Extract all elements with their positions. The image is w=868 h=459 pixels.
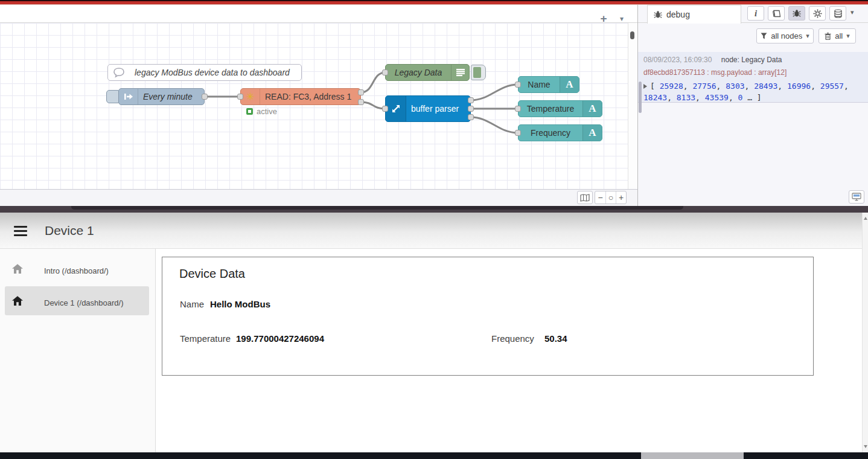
book-icon [772,10,781,18]
bug-icon [654,10,662,19]
inject-button[interactable] [106,90,119,103]
navigator-button[interactable] [577,191,593,204]
field-value-name: Hello ModBus [210,299,270,309]
open-debug-window-button[interactable] [849,190,864,204]
port-modbus-out1[interactable] [358,89,364,95]
chevron-down-icon: ▾ [806,32,809,40]
scroll-down-arrow-icon[interactable] [864,445,867,448]
flow-canvas[interactable]: legacy ModBus device data to dashboard E… [0,23,628,189]
filter-funnel-icon [761,33,767,39]
debug-tab-button[interactable] [788,6,805,21]
config-tab-button[interactable] [809,6,826,21]
sidebar-item-device-1[interactable]: Device 1 (/dashboard/) [0,286,156,315]
text-a-icon: A [582,101,602,117]
sidebar-scrollbar-thumb[interactable] [639,82,642,113]
buffer-parser-node[interactable]: buffer parser [385,95,471,122]
tab-debug-label: debug [666,10,690,19]
tab-debug[interactable]: debug [647,5,741,24]
debug-toggle-state [473,67,481,78]
info-icon: i [755,8,757,19]
sidebar-item-label: Intro (/dashboard/) [44,266,109,275]
modbus-asterisk-icon: ✳ [241,89,260,104]
debug-clear-button[interactable]: all ▾ [819,28,856,43]
trash-icon [825,33,831,40]
screen: + ▾ legacy ModBus device data to dashboa… [0,0,868,459]
map-icon [580,194,590,202]
zoom-in-button[interactable]: + [616,191,626,204]
modbus-read-node[interactable]: ✳ READ: FC3, Address 1 [240,88,361,105]
sidebar-divider[interactable] [637,5,638,206]
dashboard-title: Device 1 [45,223,94,238]
menu-icon[interactable] [14,226,27,236]
ui-text-node-temperature[interactable]: Temperature A [518,100,602,117]
zoom-out-button[interactable]: − [595,191,605,204]
port-modbus-out2[interactable] [358,99,364,105]
debug-payload-values: [ 25928, 27756, 8303, 28493, 16996, 2955… [643,82,849,102]
device-data-card: Device Data Name Hello ModBus Temperatur… [162,257,814,376]
home-icon [12,264,23,274]
help-tab-button[interactable] [768,6,785,21]
field-label-temperature: Temperature [180,333,231,344]
field-label-frequency: Frequency [491,333,534,344]
sidebar-item-label: Device 1 (/dashboard/) [44,298,124,307]
sidebar-menu-button[interactable]: ▾ [850,8,854,16]
comment-bubble-icon [108,65,130,80]
port-frequency-in[interactable] [515,130,521,136]
port-parser-out2[interactable] [468,106,474,112]
info-tab-button[interactable]: i [747,6,764,21]
canvas-scrollbar-thumb[interactable] [630,31,634,39]
ui-text-label: Name [519,80,560,89]
dashboard-header [0,213,868,249]
modbus-label: READ: FC3, Address 1 [260,92,356,101]
debug-message[interactable]: 08/09/2023, 16:09:30 node: Legacy Data d… [638,52,868,103]
dashboard-scrollbar[interactable] [862,213,868,452]
parser-label: buffer parser [406,104,464,114]
field-value-temperature: 199.77000427246094 [236,333,324,344]
debug-filter-button[interactable]: all nodes ▾ [756,28,814,43]
wire-modbus-parser [361,102,385,109]
monitor-icon [852,193,861,201]
home-icon [12,296,23,306]
port-temperature-in[interactable] [515,106,521,112]
zoom-reset-button[interactable]: ○ [605,191,616,204]
port-parser-out3[interactable] [468,114,474,120]
port-name-in[interactable] [515,82,521,88]
port-debug-in[interactable] [382,69,388,75]
text-a-icon: A [560,77,579,92]
wire-modbus-debug [361,72,385,92]
expand-arrows-icon [386,96,406,121]
debug-filter-label: all nodes [771,31,802,40]
port-parser-in[interactable] [382,106,388,112]
ui-text-node-frequency[interactable]: Frequency A [518,124,602,141]
debug-payload[interactable]: [ 25928, 27756, 8303, 28493, 16996, 2955… [643,80,868,103]
card-title: Device Data [179,267,245,281]
gear-icon [813,9,822,18]
debug-message-path: df8ecbd817357113 : msg.payload : array[1… [643,68,868,77]
inject-arrow-icon [119,89,138,104]
ui-text-label: Temperature [519,104,582,114]
debug-message-node-ref[interactable]: node: Legacy Data [721,56,782,64]
debug-list-icon [451,65,469,80]
inject-node[interactable]: Every minute [118,88,205,105]
port-parser-out1[interactable] [468,97,474,103]
debug-clear-label: all [835,31,843,40]
status-dot-icon [246,108,253,115]
comment-node[interactable]: legacy ModBus device data to dashboard [107,64,302,81]
port-modbus-in[interactable] [237,94,243,100]
canvas-scrollbar[interactable] [628,23,636,189]
debug-legacy-data-node[interactable]: Legacy Data [385,64,470,81]
ui-text-node-name[interactable]: Name A [518,76,579,93]
inject-label: Every minute [138,92,197,101]
wire-parser-name [471,85,518,100]
debug-toggle-button[interactable] [471,65,486,80]
sidebar-item-intro[interactable]: Intro (/dashboard/) [0,259,156,286]
port-inject-out[interactable] [202,94,208,100]
debug-node-label: Legacy Data [386,68,451,77]
window-top-edge [0,0,868,5]
flow-tabbar: + ▾ [0,5,637,23]
expand-arrow-icon[interactable] [643,84,647,89]
debug-sidebar: debug i [638,5,868,206]
context-tab-button[interactable] [829,6,846,21]
scroll-up-arrow-icon[interactable] [864,217,867,220]
database-icon [834,9,843,18]
